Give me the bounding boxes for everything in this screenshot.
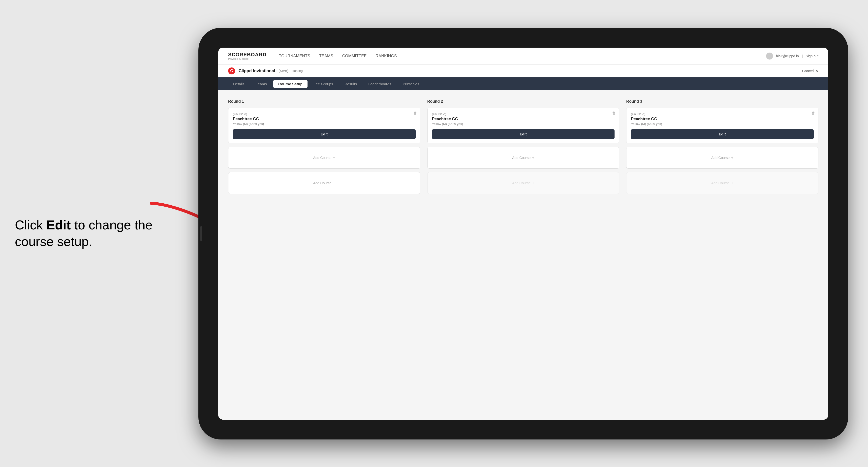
- nav-tournaments[interactable]: TOURNAMENTS: [279, 54, 310, 58]
- tab-results[interactable]: Results: [340, 80, 362, 88]
- round-2-header: Round 2: [427, 99, 620, 104]
- tab-details[interactable]: Details: [228, 80, 249, 88]
- tablet-frame: SCOREBOARD Powered by clippd TOURNAMENTS…: [198, 28, 848, 439]
- cancel-label: Cancel: [802, 69, 814, 73]
- round-1-add-course-2[interactable]: Add Course +: [228, 172, 421, 194]
- round-1-course-card: 🗑 (Course A) Peachtree GC Yellow (M) (66…: [228, 107, 421, 143]
- clippd-logo: C: [228, 67, 235, 74]
- tab-course-setup[interactable]: Course Setup: [273, 80, 308, 88]
- sub-header: C Clippd Invitational (Men) Hosting Canc…: [218, 64, 828, 77]
- user-avatar: [766, 53, 773, 60]
- plus-icon-5: +: [731, 156, 733, 160]
- nav-teams[interactable]: TEAMS: [319, 54, 333, 58]
- sign-out-link[interactable]: Sign out: [806, 54, 818, 58]
- round-3-add-course-label-2: Add Course: [711, 181, 730, 185]
- main-content: Round 1 🗑 (Course A) Peachtree GC Yellow…: [218, 90, 828, 419]
- tab-printables[interactable]: Printables: [398, 80, 424, 88]
- round-2-course-card: 🗑 (Course A) Peachtree GC Yellow (M) (66…: [427, 107, 620, 143]
- round-1-delete-button[interactable]: 🗑: [413, 111, 417, 115]
- plus-icon-3: +: [532, 156, 534, 160]
- tablet-screen: SCOREBOARD Powered by clippd TOURNAMENTS…: [218, 48, 828, 419]
- round-3-course-name: Peachtree GC: [631, 117, 814, 121]
- round-1-edit-button[interactable]: Edit: [233, 129, 416, 139]
- round-2-delete-button[interactable]: 🗑: [612, 111, 616, 115]
- nav-links: TOURNAMENTS TEAMS COMMITTEE RANKINGS: [279, 54, 766, 58]
- gender-label: (Men): [279, 69, 288, 73]
- tournament-title: Clippd Invitational: [239, 68, 275, 73]
- round-1-add-course-label-1: Add Course: [313, 156, 332, 160]
- nav-rankings[interactable]: RANKINGS: [375, 54, 397, 58]
- round-1-column: Round 1 🗑 (Course A) Peachtree GC Yellow…: [228, 99, 421, 197]
- round-1-add-course-1[interactable]: Add Course +: [228, 147, 421, 169]
- round-3-course-label: (Course A): [631, 112, 814, 116]
- round-3-column: Round 3 🗑 (Course A) Peachtree GC Yellow…: [626, 99, 818, 197]
- plus-icon-6: +: [731, 181, 733, 185]
- round-2-course-label: (Course A): [432, 112, 615, 116]
- logo-text: SCOREBOARD: [228, 52, 266, 58]
- round-3-add-course-1[interactable]: Add Course +: [626, 147, 818, 169]
- round-1-course-name: Peachtree GC: [233, 117, 416, 121]
- round-3-add-course-2: Add Course +: [626, 172, 818, 194]
- cancel-button[interactable]: Cancel ✕: [802, 69, 818, 73]
- round-2-edit-button[interactable]: Edit: [432, 129, 615, 139]
- sub-header-left: C Clippd Invitational (Men) Hosting: [228, 67, 303, 74]
- round-1-course-label: (Course A): [233, 112, 416, 116]
- round-1-course-detail: Yellow (M) (6629 yds): [233, 122, 416, 126]
- annotation-before: Click: [15, 218, 46, 232]
- round-3-course-card: 🗑 (Course A) Peachtree GC Yellow (M) (66…: [626, 107, 818, 143]
- round-2-add-course-label-1: Add Course: [512, 156, 530, 160]
- tab-teams[interactable]: Teams: [251, 80, 272, 88]
- round-2-column: Round 2 🗑 (Course A) Peachtree GC Yellow…: [427, 99, 620, 197]
- round-2-add-course-1[interactable]: Add Course +: [427, 147, 620, 169]
- round-1-header: Round 1: [228, 99, 421, 104]
- round-2-add-course-label-2: Add Course: [512, 181, 530, 185]
- plus-icon-4: +: [532, 181, 534, 185]
- annotation-text: Click Edit to change the course setup.: [15, 217, 159, 250]
- round-3-add-course-label-1: Add Course: [711, 156, 730, 160]
- round-3-delete-button[interactable]: 🗑: [811, 111, 815, 115]
- tab-leaderboards[interactable]: Leaderboards: [363, 80, 396, 88]
- nav-committee[interactable]: COMMITTEE: [342, 54, 367, 58]
- hosting-badge: Hosting: [292, 69, 303, 73]
- round-2-course-name: Peachtree GC: [432, 117, 615, 121]
- round-2-add-course-2: Add Course +: [427, 172, 620, 194]
- top-nav: SCOREBOARD Powered by clippd TOURNAMENTS…: [218, 48, 828, 64]
- round-1-add-course-label-2: Add Course: [313, 181, 332, 185]
- tablet-side-button: [200, 226, 202, 241]
- round-3-edit-button[interactable]: Edit: [631, 129, 814, 139]
- nav-separator: |: [802, 54, 803, 58]
- annotation-bold: Edit: [46, 218, 71, 232]
- close-icon: ✕: [815, 69, 818, 73]
- round-3-course-detail: Yellow (M) (6629 yds): [631, 122, 814, 126]
- tab-tee-groups[interactable]: Tee Groups: [309, 80, 338, 88]
- round-3-header: Round 3: [626, 99, 818, 104]
- logo-area: SCOREBOARD Powered by clippd: [228, 52, 266, 60]
- plus-icon-1: +: [333, 156, 335, 160]
- logo-sub: Powered by clippd: [228, 58, 266, 60]
- user-email: blair@clippd.io: [776, 54, 799, 58]
- plus-icon-2: +: [333, 181, 335, 185]
- round-2-course-detail: Yellow (M) (6629 yds): [432, 122, 615, 126]
- nav-right: blair@clippd.io | Sign out: [766, 53, 818, 60]
- tabs-bar: Details Teams Course Setup Tee Groups Re…: [218, 77, 828, 90]
- rounds-grid: Round 1 🗑 (Course A) Peachtree GC Yellow…: [228, 99, 818, 197]
